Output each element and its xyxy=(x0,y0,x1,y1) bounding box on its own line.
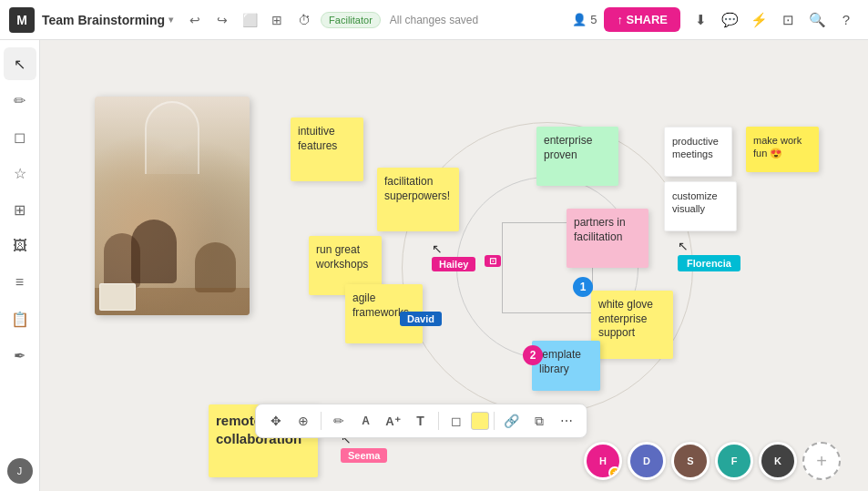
toolbar-color-swatch[interactable] xyxy=(471,412,489,430)
title-dropdown-arrow: ▾ xyxy=(168,15,173,25)
sticky-text: white glove enterprise support xyxy=(598,298,653,339)
cursor-label-florencia: Florencia xyxy=(678,255,740,271)
title-text: Team Brainstorming xyxy=(42,13,165,27)
bottom-avatars: H ★ D S F K + xyxy=(584,442,841,480)
avatar-hailey[interactable]: H ★ xyxy=(584,442,622,480)
redo-button[interactable]: ↪ xyxy=(211,9,233,31)
sidebar-item-pen[interactable]: ✏ xyxy=(4,84,36,117)
sidebar-item-image[interactable]: 🖼 xyxy=(4,230,36,262)
sidebar-item-shapes[interactable]: ◻ xyxy=(4,120,36,153)
canvas-photo xyxy=(95,97,250,315)
person-silhouette-2 xyxy=(131,220,177,283)
comment-button[interactable]: 💬 xyxy=(717,7,742,33)
sticky-text: template library xyxy=(539,348,581,375)
sticky-partners-facilitation[interactable]: partners in facilitation xyxy=(567,209,648,268)
sticky-text: productive meetings xyxy=(672,136,719,159)
template-button[interactable]: ⊞ xyxy=(266,9,288,31)
timer-button[interactable]: ⏱ xyxy=(293,9,315,31)
arch-decoration xyxy=(145,101,199,174)
sticky-enterprise-proven[interactable]: enterprise proven xyxy=(536,127,618,186)
frame-button[interactable]: ⬜ xyxy=(239,9,260,31)
toolbar-shape-btn[interactable]: ◻ xyxy=(444,408,469,434)
toolbar-link-btn[interactable]: 🔗 xyxy=(499,408,525,434)
person-silhouette-3 xyxy=(195,242,236,292)
sidebar-item-clipboard[interactable]: 📋 xyxy=(4,302,36,335)
avatar-kevin[interactable]: K xyxy=(759,442,797,480)
sticky-intuitive-features[interactable]: intuitive features xyxy=(291,118,363,181)
undo-button[interactable]: ↩ xyxy=(184,9,206,31)
cursor-label-seema: Seema xyxy=(341,448,387,463)
save-status: All changes saved xyxy=(390,14,478,26)
toolbar-duplicate-btn[interactable]: ⧉ xyxy=(526,408,552,434)
cursor-hailey-area: ↖ Hailey ⊡ xyxy=(432,242,443,255)
sidebar-item-draw[interactable]: ✒ xyxy=(4,339,36,372)
toolbar-search-btn[interactable]: ⊕ xyxy=(291,408,316,434)
toolbar-more-btn[interactable]: ⋯ xyxy=(554,408,579,434)
avatar-star-badge: ★ xyxy=(608,466,621,479)
share-button[interactable]: ↑ SHARE xyxy=(604,7,680,32)
topbar-right: 👤 5 ↑ SHARE ⬇ 💬 ⚡ ⊡ 🔍 ? xyxy=(572,7,859,33)
avatar-david[interactable]: D xyxy=(628,442,666,480)
sticky-text: run great workshops xyxy=(316,243,368,271)
cursor-florencia-area: ↖ Florencia xyxy=(678,239,689,253)
users-icon: 👤 xyxy=(572,13,587,26)
toolbar-divider-3 xyxy=(494,412,495,430)
facilitator-badge: Facilitator xyxy=(321,12,381,28)
cursor-label-david: David xyxy=(400,312,442,326)
toolbar-pen-btn[interactable]: ✏ xyxy=(326,408,352,434)
toolbar-select-btn[interactable]: ✥ xyxy=(263,408,289,434)
sticky-template-library[interactable]: template library xyxy=(532,341,600,391)
topbar-right-icons: ⬇ 💬 ⚡ ⊡ 🔍 ? xyxy=(688,7,859,33)
topbar-actions: ↩ ↪ ⬜ ⊞ ⏱ Facilitator All changes saved xyxy=(184,9,478,31)
view-button[interactable]: ⊡ xyxy=(775,7,801,33)
users-number: 5 xyxy=(590,13,597,26)
topbar: M Team Brainstorming ▾ ↩ ↪ ⬜ ⊞ ⏱ Facilit… xyxy=(0,0,868,40)
sidebar-bottom: J xyxy=(7,458,33,484)
help-button[interactable]: ? xyxy=(833,7,859,33)
sticky-text: facilitation superpowers! xyxy=(384,175,450,202)
sidebar-item-star[interactable]: ☆ xyxy=(4,157,36,189)
toolbar-text-format-btn[interactable]: T xyxy=(408,408,434,434)
zoom-button[interactable]: 🔍 xyxy=(804,7,830,33)
avatar-add-button[interactable]: + xyxy=(802,442,841,480)
main-area: ↖ ✏ ◻ ☆ ⊞ 🖼 ≡ 📋 ✒ J xyxy=(0,40,868,491)
sticky-white-glove[interactable]: white glove enterprise support xyxy=(591,291,673,359)
sidebar-item-cursor[interactable]: ↖ xyxy=(4,47,36,80)
sticky-text: intuitive features xyxy=(298,125,337,152)
avatar-sarah[interactable]: S xyxy=(671,442,710,480)
sticky-facilitation-superpowers[interactable]: facilitation superpowers! xyxy=(377,168,459,231)
sticky-text: make work fun 😍 xyxy=(753,135,802,159)
hailey-badge: ⊡ xyxy=(485,255,501,267)
badge-1: 1 xyxy=(573,277,593,297)
user-avatar[interactable]: J xyxy=(7,458,33,484)
app-logo: M xyxy=(9,7,35,33)
sticky-text: customize visually xyxy=(672,190,718,214)
users-count: 👤 5 xyxy=(572,13,597,26)
cursor-florencia-pointer: ↖ xyxy=(678,239,689,253)
sticky-text: partners in facilitation xyxy=(574,216,626,243)
toolbar-divider-1 xyxy=(321,412,322,430)
reaction-button[interactable]: ⚡ xyxy=(746,7,771,33)
toolbar-text-large-btn[interactable]: A⁺ xyxy=(381,408,406,434)
sticky-productive-meetings[interactable]: productive meetings xyxy=(664,127,732,177)
toolbar-divider-2 xyxy=(438,412,439,430)
sticky-text: enterprise proven xyxy=(544,134,592,161)
download-button[interactable]: ⬇ xyxy=(688,7,713,33)
sidebar-item-library[interactable]: ≡ xyxy=(4,266,36,299)
sticky-customize-visually[interactable]: customize visually xyxy=(664,181,737,231)
small-photo-inset xyxy=(99,283,136,311)
cursor-hailey-pointer: ↖ xyxy=(432,242,443,255)
canvas-toolbar: ✥ ⊕ ✏ A A⁺ T ◻ 🔗 ⧉ ⋯ xyxy=(255,404,587,438)
document-title[interactable]: Team Brainstorming ▾ xyxy=(42,13,173,27)
photo-content xyxy=(95,97,250,315)
badge-2: 2 xyxy=(523,345,543,365)
avatar-florencia[interactable]: F xyxy=(715,442,753,480)
canvas[interactable]: intuitive features facilitation superpow… xyxy=(40,40,868,491)
cursor-label-hailey: Hailey xyxy=(432,257,475,271)
toolbar-text-small-btn[interactable]: A xyxy=(353,408,379,434)
sidebar: ↖ ✏ ◻ ☆ ⊞ 🖼 ≡ 📋 ✒ J xyxy=(0,40,40,491)
sticky-make-work-fun[interactable]: make work fun 😍 xyxy=(746,127,819,172)
sidebar-item-grid[interactable]: ⊞ xyxy=(4,193,36,226)
